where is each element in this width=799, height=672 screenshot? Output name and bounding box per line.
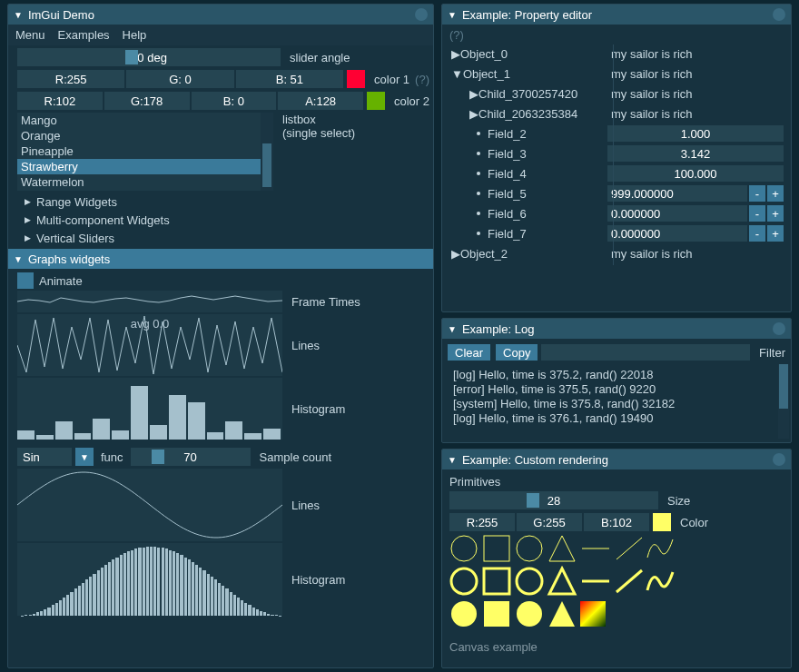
hist-bar: [78, 586, 81, 616]
increment-button[interactable]: +: [767, 185, 784, 202]
triangle-down-icon[interactable]: ▼: [451, 67, 463, 81]
triangle-right-icon[interactable]: ▶: [451, 247, 460, 261]
increment-button[interactable]: +: [767, 225, 784, 242]
close-icon[interactable]: [415, 8, 428, 21]
slider-grab[interactable]: [152, 450, 164, 464]
prop-value-field[interactable]: 100.000: [607, 165, 784, 182]
hist-bar: [199, 568, 202, 616]
collapse-icon[interactable]: ▼: [448, 10, 457, 20]
scrollbar[interactable]: [261, 113, 273, 191]
listbox-item[interactable]: Mango: [17, 113, 273, 128]
clear-button[interactable]: Clear: [448, 344, 490, 361]
scrollbar[interactable]: [778, 364, 789, 439]
hist-bar: [101, 568, 104, 616]
close-icon[interactable]: [773, 322, 785, 335]
canvas-example-label: Canvas example: [449, 638, 784, 654]
listbox-item[interactable]: Pineapple: [17, 143, 273, 159]
prop-name[interactable]: Object_2: [460, 247, 508, 261]
hist-bar: [188, 402, 205, 440]
prop-value-field[interactable]: 3.142: [607, 145, 784, 162]
collapse-icon[interactable]: ▼: [448, 324, 457, 334]
menu-examples[interactable]: Examples: [58, 28, 110, 42]
prop-name[interactable]: Object_0: [460, 47, 508, 61]
slider-grab[interactable]: [527, 493, 539, 508]
size-slider[interactable]: 28: [449, 491, 658, 509]
triangle-right-icon[interactable]: ▶: [451, 47, 460, 61]
increment-button[interactable]: +: [767, 205, 784, 222]
custom-rendering-window: ▼ Example: Custom rendering Primitives 2…: [441, 449, 792, 668]
collapse-icon[interactable]: ▼: [14, 10, 23, 20]
copy-button[interactable]: Copy: [496, 344, 538, 361]
color1-label: color 1: [374, 73, 409, 86]
triangle-right-icon[interactable]: ▶: [469, 87, 478, 101]
sample-count-slider[interactable]: 70: [131, 448, 251, 466]
color2-a[interactable]: A:128: [278, 92, 363, 110]
animate-checkbox[interactable]: [17, 272, 34, 289]
menu-menu[interactable]: Menu: [15, 28, 45, 42]
prop-value-field[interactable]: 1.000: [607, 125, 784, 142]
prim-color-b[interactable]: B:102: [584, 513, 649, 531]
menu-help[interactable]: Help: [123, 28, 147, 42]
color1-r[interactable]: R:255: [17, 70, 124, 88]
prim-color-g[interactable]: G:255: [517, 513, 582, 531]
prop-name: Field_6: [488, 207, 527, 221]
close-icon[interactable]: [773, 8, 785, 21]
close-icon[interactable]: [773, 453, 785, 466]
demo-titlebar[interactable]: ▼ ImGui Demo: [8, 5, 433, 25]
color1-b[interactable]: B: 51: [236, 70, 343, 88]
func-select[interactable]: Sin: [17, 448, 72, 466]
help-icon[interactable]: (?): [449, 26, 787, 44]
decrement-button[interactable]: -: [749, 225, 765, 242]
scrollbar-thumb[interactable]: [262, 143, 271, 186]
tree-item[interactable]: ▶Range Widgets: [17, 193, 429, 211]
color2-swatch[interactable]: [367, 92, 385, 110]
hist-bar: [207, 574, 210, 616]
listbox-item[interactable]: Orange: [17, 128, 273, 143]
decrement-button[interactable]: -: [749, 205, 765, 222]
color2-b[interactable]: B: 0: [192, 92, 277, 110]
listbox-item[interactable]: Watermelon: [17, 174, 273, 190]
filter-input[interactable]: [541, 344, 750, 361]
listbox-item[interactable]: Strawberry: [17, 159, 273, 174]
hist-bar: [74, 588, 77, 616]
graphs-header-label: Graphs widgets: [28, 252, 110, 266]
prop-row: ▶Child_2063235384my sailor is rich: [446, 104, 787, 124]
collapse-icon[interactable]: ▼: [448, 455, 457, 465]
plot-histogram2: [17, 543, 282, 616]
svg-line-5: [617, 538, 642, 559]
prop-name[interactable]: Child_2063235384: [478, 107, 577, 121]
prim-color-r[interactable]: R:255: [449, 513, 515, 531]
prop-titlebar[interactable]: ▼ Example: Property editor: [442, 5, 791, 25]
prop-name[interactable]: Child_3700257420: [478, 87, 577, 101]
tree-item[interactable]: ▶Multi-component Widgets: [17, 211, 429, 229]
prop-value-field[interactable]: 999.000000: [607, 185, 747, 202]
prop-value-field[interactable]: 0.000000: [607, 225, 747, 242]
log-titlebar[interactable]: ▼ Example: Log: [442, 319, 791, 339]
color2-r[interactable]: R:102: [17, 92, 103, 110]
hist-bar: [263, 612, 266, 616]
custom-titlebar[interactable]: ▼ Example: Custom rendering: [442, 450, 791, 469]
listbox[interactable]: MangoOrangePineappleStrawberryWatermelon: [17, 113, 273, 191]
slider-grab[interactable]: [125, 50, 138, 64]
color2-g[interactable]: G:178: [104, 92, 190, 110]
decrement-button[interactable]: -: [749, 185, 765, 202]
slider-angle[interactable]: 90 deg: [17, 48, 281, 66]
hist-bar: [214, 579, 217, 616]
prop-name[interactable]: Object_1: [463, 67, 510, 81]
triangle-right-icon[interactable]: ▶: [469, 107, 478, 121]
histogram2-label: Histogram: [291, 573, 345, 587]
graphs-header[interactable]: ▼ Graphs widgets: [8, 249, 433, 269]
prim-color-swatch[interactable]: [653, 513, 671, 531]
help-icon[interactable]: (?): [415, 73, 429, 86]
column-separator[interactable]: [613, 44, 614, 265]
tree-item[interactable]: ▶Vertical Sliders: [17, 229, 429, 247]
dropdown-icon[interactable]: ▼: [75, 448, 94, 466]
plot-lines: avg 0.0: [17, 314, 282, 376]
color1-swatch[interactable]: [347, 70, 365, 88]
prop-value-text: my sailor is rich: [607, 47, 693, 61]
prop-value-field[interactable]: 0.000000: [607, 205, 747, 222]
hist-bar: [93, 574, 95, 616]
hist-bar: [173, 551, 175, 616]
color1-g[interactable]: G: 0: [126, 70, 233, 88]
scrollbar-thumb[interactable]: [779, 364, 788, 409]
